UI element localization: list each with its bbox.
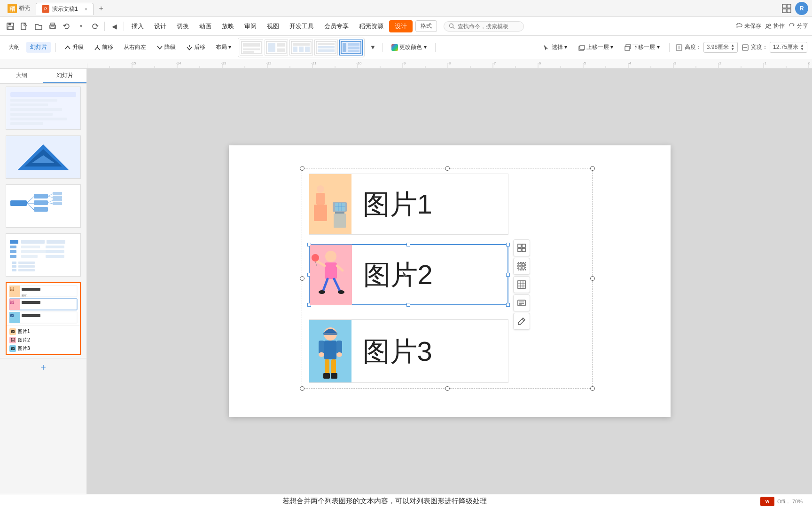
move-back-btn[interactable]: 后移 [182, 42, 209, 53]
menu-resources[interactable]: 稻壳资源 [354, 20, 388, 32]
menu-insert[interactable]: 插入 [127, 20, 148, 32]
move-up-layer-btn[interactable]: 上移一层 ▾ [575, 42, 617, 53]
svg-point-180 [312, 254, 319, 262]
item1-text: 图片1 [351, 190, 432, 218]
svg-text:-4: -4 [628, 61, 632, 65]
menu-vip[interactable]: 会员专享 [320, 20, 353, 32]
svg-rect-201 [519, 267, 521, 269]
menu-design[interactable]: 设计 [149, 20, 171, 32]
back-arrow-icon[interactable]: ◀ [108, 20, 121, 33]
redo-icon[interactable] [88, 20, 102, 33]
layout-btn[interactable]: 布局 ▾ [212, 42, 235, 53]
unsaved-btn[interactable]: 未保存 [736, 22, 761, 30]
slide-thumbnail-5[interactable]: 🖼 🖼 🖼 图片1 [6, 282, 81, 355]
group-btn[interactable] [513, 239, 530, 256]
add-slide-btn[interactable]: + [0, 358, 86, 377]
svg-text:-13: -13 [221, 61, 226, 65]
width-stepper[interactable]: ▲ ▼ [800, 44, 804, 51]
slide-thumbnail-2[interactable] [6, 135, 81, 179]
slide-thumbnail-3[interactable] [6, 184, 81, 228]
change-color-btn[interactable]: 更改颜色 ▾ [388, 42, 430, 53]
svg-rect-173 [325, 262, 337, 279]
expand-layouts-btn[interactable]: ▼ [367, 42, 378, 53]
edit-btn[interactable] [513, 313, 530, 330]
svg-line-14 [453, 27, 455, 29]
upgrade-icon [64, 44, 71, 51]
list-item-1[interactable]: 图片1 [309, 174, 508, 235]
slide-toggle[interactable]: 幻灯片 [26, 42, 51, 53]
menu-view[interactable]: 视图 [262, 20, 284, 32]
layout-thumb-1[interactable] [240, 40, 263, 56]
up-layer-icon [578, 44, 585, 51]
svg-rect-24 [268, 43, 275, 52]
svg-rect-21 [243, 48, 260, 50]
svg-rect-142 [12, 265, 16, 268]
menu-slideshow[interactable]: 放映 [217, 20, 239, 32]
move-forward-btn[interactable]: 前移 [90, 42, 117, 53]
svg-point-179 [338, 290, 344, 294]
layout-thumb-2[interactable] [265, 40, 288, 56]
search-input[interactable] [458, 23, 519, 30]
svg-rect-144 [12, 269, 16, 271]
menu-devtools[interactable]: 开发工具 [285, 20, 319, 32]
svg-rect-185 [324, 341, 336, 359]
svg-text:-12: -12 [266, 61, 272, 65]
tab-close-button[interactable]: × [85, 6, 87, 12]
add-tab-button[interactable]: + [95, 3, 107, 14]
menu-review[interactable]: 审阅 [240, 20, 261, 32]
undo-dropdown[interactable]: ▾ [74, 20, 87, 33]
layout-thumb-4[interactable] [314, 40, 338, 56]
svg-text:-14: -14 [176, 61, 181, 65]
design-active-btn[interactable]: 设计 [389, 20, 413, 32]
canvas-area[interactable]: 图片1 [87, 69, 812, 494]
width-input-group[interactable]: 12.75厘米 ▲ ▼ [770, 42, 807, 53]
new-icon[interactable] [18, 20, 31, 33]
undo-icon[interactable] [60, 20, 73, 33]
svg-rect-200 [522, 263, 524, 266]
svg-rect-105 [10, 118, 67, 120]
share-btn[interactable]: 分享 [789, 22, 808, 30]
height-input-group[interactable]: 3.98厘米 ▲ ▼ [703, 42, 738, 53]
user-avatar[interactable]: R [795, 2, 808, 15]
print-icon[interactable] [46, 20, 59, 33]
svg-rect-22 [243, 51, 254, 53]
layout-icon[interactable] [782, 4, 791, 13]
outline-tab[interactable]: 大纲 [0, 69, 43, 83]
layout-thumb-3[interactable] [289, 40, 313, 56]
folder-icon[interactable] [32, 20, 45, 33]
collab-btn[interactable]: 协作 [765, 22, 785, 30]
svg-rect-193 [331, 373, 337, 379]
menu-transition[interactable]: 切换 [172, 20, 194, 32]
arrange-btn[interactable] [513, 276, 530, 293]
list-item-3[interactable]: 图片3 [309, 319, 508, 383]
layout-thumb-5[interactable] [339, 40, 363, 56]
slide-thumbnail-4[interactable] [6, 233, 81, 277]
select-tool-btn[interactable]: 选择 ▾ [539, 42, 571, 53]
rtl-btn[interactable]: 从右向左 [120, 42, 150, 53]
tab-icon: P [42, 5, 49, 13]
menu-bar: ▾ ◀ 插入 设计 切换 动画 放映 审阅 视图 开发工具 会员专享 稻壳资源 … [0, 17, 812, 36]
search-box[interactable] [444, 21, 524, 32]
caption-btn[interactable] [513, 294, 530, 311]
upgrade-btn[interactable]: 升级 [61, 42, 87, 53]
list-item-2[interactable]: 图片2 [309, 244, 508, 305]
menu-animation[interactable]: 动画 [195, 20, 216, 32]
downgrade-btn[interactable]: 降级 [153, 42, 180, 53]
height-down[interactable]: ▼ [731, 48, 734, 51]
svg-rect-5 [787, 9, 791, 13]
save-icon[interactable] [4, 20, 17, 33]
svg-point-188 [319, 352, 324, 357]
slide-thumbnail-1[interactable] [6, 87, 81, 130]
svg-rect-26 [277, 48, 285, 52]
height-stepper[interactable]: ▲ ▼ [731, 44, 734, 51]
width-down[interactable]: ▼ [800, 48, 804, 51]
format-btn[interactable]: 格式 [415, 20, 437, 32]
outline-toggle[interactable]: 大纲 [5, 42, 23, 53]
document-tab[interactable]: P 演示文稿1 × [36, 3, 94, 15]
ungroup-btn[interactable] [513, 258, 530, 275]
move-down-layer-btn[interactable]: 下移一层 ▾ [621, 42, 663, 53]
slides-tab[interactable]: 幻灯片 [43, 69, 86, 83]
app-logo: 稻 稻壳 [4, 2, 34, 15]
secondary-toolbar: 大纲 幻灯片 升级 前移 从右向左 降级 后移 布局 ▾ [0, 36, 812, 59]
svg-rect-44 [625, 47, 630, 50]
